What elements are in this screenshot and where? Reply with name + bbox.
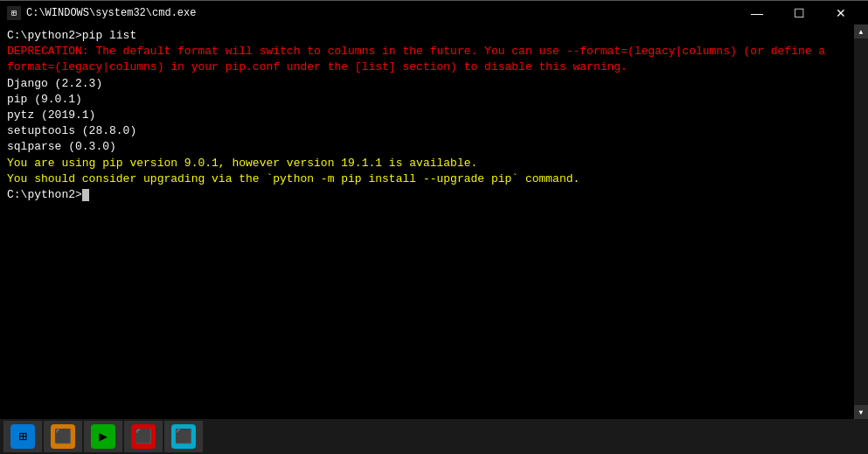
console-line-1: format=(legacy|columns) in your pip.conf… [7, 59, 861, 75]
taskbar-icon-1: ⊞ [10, 424, 35, 449]
title-bar: ⊞ C:\WINDOWS\system32\cmd.exe — ☐ ✕ [0, 0, 868, 24]
taskbar-item-5[interactable]: ⬛ [164, 421, 203, 452]
console-line-0: DEPRECATION: The default format will swi… [7, 44, 861, 59]
taskbar-icon-4: ⬛ [131, 424, 156, 449]
prompt-line: C:\python2>pip list [7, 28, 861, 44]
taskbar-item-1[interactable]: ⊞ [3, 421, 42, 452]
scroll-down-button[interactable]: ▼ [854, 405, 868, 419]
scroll-up-button[interactable]: ▲ [854, 24, 868, 38]
scrollbar[interactable]: ▲ ▼ [854, 24, 868, 419]
cmd-window: ⊞ C:\WINDOWS\system32\cmd.exe — ☐ ✕ C:\p… [0, 0, 868, 454]
title-bar-text: C:\WINDOWS\system32\cmd.exe [26, 7, 737, 19]
console-line-10: C:\python2> [7, 187, 861, 203]
console-line-6: sqlparse (0.3.0) [7, 139, 861, 155]
window-icon: ⊞ [7, 6, 21, 20]
taskbar-icon-5: ⬛ [171, 424, 196, 449]
taskbar-item-2[interactable]: ⬛ [44, 421, 82, 452]
taskbar-icon-3: ▶ [91, 424, 115, 449]
console-line-2: Django (2.2.3) [7, 76, 861, 92]
taskbar-icon-2: ⬛ [51, 424, 75, 449]
title-bar-controls: — ☐ ✕ [737, 1, 861, 25]
console-line-4: pytz (2019.1) [7, 108, 861, 123]
console-line-7: You are using pip version 9.0.1, however… [7, 156, 861, 171]
console-line-3: pip (9.0.1) [7, 92, 861, 108]
maximize-button[interactable]: ☐ [779, 1, 819, 25]
taskbar-item-4[interactable]: ⬛ [124, 421, 163, 452]
console-output: DEPRECATION: The default format will swi… [7, 44, 861, 203]
console-area[interactable]: C:\python2>pip list DEPRECATION: The def… [0, 24, 868, 419]
close-button[interactable]: ✕ [821, 1, 861, 25]
taskbar: ⊞ ⬛ ▶ ⬛ ⬛ [0, 419, 868, 454]
cursor [82, 189, 89, 201]
console-line-5: setuptools (28.8.0) [7, 123, 861, 139]
minimize-button[interactable]: — [737, 1, 777, 25]
console-line-8: You should consider upgrading via the `p… [7, 171, 861, 187]
taskbar-item-3[interactable]: ▶ [84, 421, 122, 452]
